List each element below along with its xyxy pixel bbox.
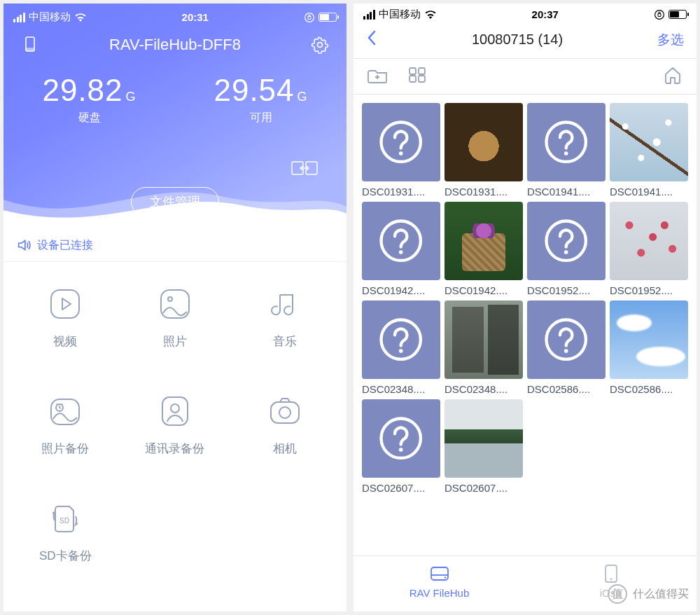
svg-point-26	[564, 151, 568, 156]
play-icon	[48, 286, 83, 322]
file-item[interactable]: DSC01952....	[610, 202, 688, 296]
nav-bar: 10080715 (14) 多选	[354, 25, 696, 59]
file-name: DSC01952....	[610, 284, 688, 296]
rotation-lock-icon	[304, 12, 315, 23]
status-time: 20:37	[532, 8, 559, 20]
toolbar	[354, 59, 696, 95]
feature-camera[interactable]: 相机	[230, 392, 340, 457]
phone-icon	[603, 564, 619, 583]
feature-video[interactable]: 视频	[10, 284, 120, 350]
tab-filehub[interactable]: RAV FileHub	[354, 563, 525, 599]
wifi-icon	[74, 13, 87, 22]
sd-card-icon: SD	[48, 501, 83, 536]
svg-point-30	[564, 250, 568, 254]
file-thumbnail	[527, 300, 606, 379]
file-item[interactable]: DSC01942....	[362, 202, 440, 296]
battery-icon	[318, 13, 337, 22]
back-button[interactable]	[366, 29, 377, 50]
file-name: DSC02348....	[362, 383, 440, 395]
file-grid: DSC01931....DSC01931....DSC01941....DSC0…	[354, 95, 696, 498]
file-name: DSC02607....	[444, 482, 523, 494]
connection-status: 设备已连接	[4, 228, 346, 262]
file-thumbnail	[444, 399, 523, 478]
view-grid-button[interactable]	[408, 67, 426, 86]
file-item[interactable]: DSC01941....	[610, 103, 688, 198]
svg-point-33	[547, 320, 586, 359]
file-thumbnail	[444, 202, 523, 280]
file-item[interactable]: DSC02607....	[362, 399, 440, 494]
file-thumbnail	[362, 399, 440, 478]
svg-point-34	[564, 349, 568, 353]
file-name: DSC02586....	[610, 383, 688, 395]
hub-title: RAV-FileHub-DFF8	[109, 36, 241, 54]
file-item[interactable]: DSC01952....	[527, 202, 606, 296]
rotation-lock-icon	[654, 9, 665, 20]
settings-button[interactable]	[310, 35, 330, 55]
file-thumbnail	[610, 103, 688, 181]
file-thumbnail	[527, 202, 606, 280]
speaker-icon	[16, 237, 31, 253]
file-item[interactable]: DSC01942....	[444, 202, 523, 296]
folder-title: 10080715 (14)	[472, 32, 563, 48]
feature-sd-backup[interactable]: SD SD卡备份	[10, 499, 120, 564]
file-item[interactable]: DSC01941....	[527, 103, 606, 198]
file-item[interactable]: DSC02586....	[610, 300, 688, 395]
svg-point-36	[399, 448, 403, 452]
home-button[interactable]	[663, 66, 682, 87]
carrier-label: 中国移动	[379, 8, 421, 21]
svg-rect-20	[419, 68, 425, 74]
svg-rect-12	[162, 397, 188, 425]
svg-point-32	[399, 349, 403, 353]
svg-rect-14	[271, 402, 299, 423]
svg-point-35	[382, 419, 421, 458]
file-thumbnail	[362, 202, 440, 280]
file-thumbnail	[610, 300, 688, 379]
svg-point-25	[547, 123, 586, 162]
file-item[interactable]: DSC01931....	[444, 103, 523, 198]
wave-decoration	[4, 172, 346, 228]
svg-point-27	[382, 221, 421, 261]
svg-point-39	[444, 576, 445, 578]
storage-hero: 中国移动 20:31 RAV-FileHub-DFF8 29.82G 硬盘	[4, 4, 346, 228]
svg-rect-10	[51, 399, 79, 424]
svg-text:SD: SD	[59, 517, 69, 525]
svg-rect-18	[658, 13, 661, 16]
device-icon[interactable]	[20, 35, 40, 55]
svg-point-41	[610, 579, 612, 581]
svg-point-31	[382, 320, 421, 359]
status-bar: 中国移动 20:37	[354, 4, 696, 25]
file-item[interactable]: DSC02348....	[444, 300, 523, 395]
file-name: DSC01942....	[444, 284, 523, 296]
svg-point-15	[279, 407, 290, 418]
file-item[interactable]: DSC02607....	[444, 399, 523, 494]
svg-point-28	[399, 250, 403, 254]
cell-signal-icon	[13, 13, 25, 22]
file-thumbnail	[444, 300, 523, 379]
feature-contacts-backup[interactable]: 通讯录备份	[120, 392, 230, 457]
tab-mobile[interactable]: iOstr	[525, 563, 696, 599]
file-thumbnail	[444, 103, 523, 181]
feature-photo-backup[interactable]: 照片备份	[10, 392, 120, 457]
photo-icon	[158, 286, 192, 322]
file-name: DSC01941....	[527, 186, 606, 198]
new-folder-button[interactable]	[368, 67, 388, 86]
file-item[interactable]: DSC02348....	[362, 300, 440, 395]
file-thumbnail	[610, 202, 688, 280]
svg-point-29	[547, 221, 586, 261]
storage-free: 29.54G 可用	[175, 73, 346, 125]
svg-rect-7	[51, 290, 79, 318]
feature-photo[interactable]: 照片	[120, 284, 230, 350]
file-name: DSC01952....	[527, 284, 606, 296]
file-item[interactable]: DSC02586....	[527, 300, 606, 395]
connection-label: 设备已连接	[37, 238, 93, 253]
file-item[interactable]: DSC01931....	[362, 103, 440, 198]
file-name: DSC01931....	[362, 186, 440, 198]
feature-music[interactable]: 音乐	[230, 284, 340, 350]
svg-point-9	[168, 297, 172, 301]
svg-rect-1	[308, 16, 311, 19]
wifi-icon	[424, 10, 437, 20]
multiselect-button[interactable]: 多选	[657, 31, 684, 49]
svg-rect-19	[410, 68, 416, 74]
file-name: DSC02348....	[444, 383, 523, 395]
svg-rect-21	[410, 76, 416, 82]
